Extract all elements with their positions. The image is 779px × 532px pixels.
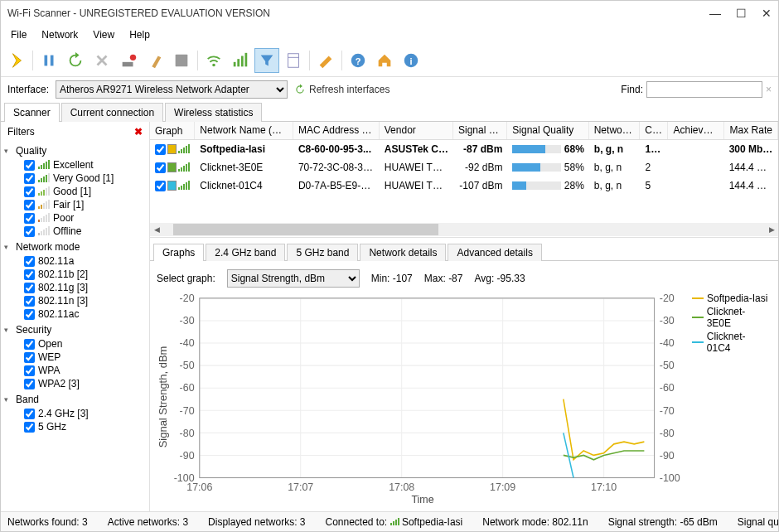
filter-item[interactable]: 802.11ac [24,307,146,321]
settings-icon[interactable] [313,48,338,73]
help-icon[interactable]: ? [346,48,370,73]
color-swatch [167,162,177,172]
notes-icon[interactable] [281,48,306,73]
filter-item[interactable]: Offline [24,225,146,238]
maximize-button[interactable]: ☐ [736,7,747,20]
find-clear-icon[interactable]: × [766,84,772,95]
filter-checkbox[interactable] [24,283,35,293]
filter-item[interactable]: 802.11g [3] [24,281,146,294]
row-checkbox[interactable] [155,144,166,155]
main-tabs: Scanner Current connection Wireless stat… [1,102,778,122]
find-input[interactable] [646,81,762,98]
filter-item[interactable]: Open [24,337,146,351]
cell-channel: 2 [640,160,668,175]
col-header-signal[interactable]: Signal Str... [453,122,507,139]
filter-checkbox[interactable] [24,256,35,267]
select-graph-dropdown[interactable]: Signal Strength, dBm [227,269,360,288]
table-row[interactable]: Softpedia-IasiC8-60-00-95-3...ASUSTek CO… [150,140,778,158]
tab-scanner[interactable]: Scanner [4,103,60,122]
col-header-quality[interactable]: Signal Quality [507,122,588,139]
scan-icon[interactable] [4,48,29,73]
col-header-ssid[interactable]: Network Name (SSID) [195,122,293,139]
home-icon[interactable] [372,48,397,73]
filter-checkbox[interactable] [24,160,35,171]
filter-checkbox[interactable] [24,213,35,224]
tab-24ghz[interactable]: 2.4 GHz band [206,244,285,261]
col-header-vendor[interactable]: Vendor [380,122,453,139]
filter-item[interactable]: 802.11n [3] [24,294,146,307]
info-icon[interactable]: i [399,48,423,73]
minimize-button[interactable]: — [709,7,721,20]
filter-checkbox[interactable] [24,309,35,320]
grid-hscrollbar[interactable]: ◀ ▶ [150,222,778,237]
filter-item[interactable]: Good [1] [24,185,146,198]
filter-checkbox[interactable] [24,352,35,363]
refresh-icon[interactable] [63,48,88,73]
filter-checkbox[interactable] [24,226,35,237]
row-checkbox[interactable] [155,181,166,191]
filter-item[interactable]: Poor [24,211,146,225]
filter-group-network-mode[interactable]: ▾Network mode [4,239,146,254]
tab-advanced-details[interactable]: Advanced details [448,244,541,261]
scroll-right-icon[interactable]: ▶ [765,223,778,236]
tab-network-details[interactable]: Network details [360,244,446,261]
status-displayed: Displayed networks: 3 [208,516,305,528]
filter-group-band[interactable]: ▾Band [4,392,146,407]
table-row[interactable]: Clicknet-3E0E70-72-3C-08-3E-17HUAWEI TEC… [150,158,778,177]
delete-icon[interactable] [90,48,114,73]
menu-view[interactable]: View [86,27,121,42]
col-header-achievable[interactable]: Achievable ... [668,122,723,139]
remove-icon[interactable] [116,48,141,73]
filter-item[interactable]: Very Good [1] [24,172,146,185]
save-icon[interactable] [169,48,194,73]
menu-network[interactable]: Network [35,27,85,42]
wifi-icon[interactable] [201,48,226,73]
row-checkbox[interactable] [155,162,166,173]
filter-group-security[interactable]: ▾Security [4,322,146,337]
filter-group-quality[interactable]: ▾Quality [4,143,146,158]
pause-icon[interactable] [36,48,61,73]
menu-file[interactable]: File [4,27,33,42]
filter-icon[interactable] [254,48,279,73]
filter-item[interactable]: Excellent [24,158,146,172]
refresh-interfaces-button[interactable]: Refresh interfaces [294,84,390,95]
menu-help[interactable]: Help [123,27,157,42]
filter-checkbox[interactable] [24,379,35,389]
table-row[interactable]: Clicknet-01C4D0-7A-B5-E9-01-CDHUAWEI TEC… [150,177,778,195]
filter-item[interactable]: Fair [1] [24,198,146,211]
filter-checkbox[interactable] [24,200,35,210]
filter-checkbox[interactable] [24,365,35,376]
col-header-mode[interactable]: Network ... [589,122,641,139]
status-overflow: Signal qua [738,516,779,528]
col-header-channel[interactable]: Cha... [640,122,668,139]
filter-checkbox[interactable] [24,409,35,419]
col-header-rate[interactable]: Max Rate [724,122,778,139]
col-header-mac[interactable]: MAC Address (BS... [293,122,380,139]
filter-label: 2.4 GHz [3] [38,408,89,419]
close-button[interactable]: ✕ [762,7,772,20]
filter-tree: ▾QualityExcellentVery Good [1]Good [1]Fa… [1,142,149,511]
filter-item[interactable]: 802.11a [24,254,146,268]
tab-5ghz[interactable]: 5 GHz band [287,244,358,261]
filter-checkbox[interactable] [24,339,35,350]
filter-item[interactable]: 5 GHz [24,420,146,433]
filter-item[interactable]: WEP [24,351,146,364]
filters-close-icon[interactable]: ✖ [134,126,143,138]
interface-select[interactable]: Atheros AR9271 Wireless Network Adapter [56,80,288,99]
filter-checkbox[interactable] [24,173,35,184]
tab-current-connection[interactable]: Current connection [61,103,163,122]
tab-graphs[interactable]: Graphs [153,244,204,261]
filter-checkbox[interactable] [24,422,35,433]
filter-item[interactable]: 2.4 GHz [3] [24,407,146,420]
clear-icon[interactable] [143,48,167,73]
filter-checkbox[interactable] [24,186,35,197]
filter-checkbox[interactable] [24,296,35,307]
filter-item[interactable]: 802.11b [2] [24,268,146,281]
col-header-graph[interactable]: Graph [150,122,195,139]
tab-wireless-statistics[interactable]: Wireless statistics [165,103,262,122]
filter-item[interactable]: WPA [24,364,146,377]
filter-checkbox[interactable] [24,269,35,280]
signal-icon[interactable] [228,48,253,73]
scroll-left-icon[interactable]: ◀ [150,223,163,236]
filter-item[interactable]: WPA2 [3] [24,377,146,390]
